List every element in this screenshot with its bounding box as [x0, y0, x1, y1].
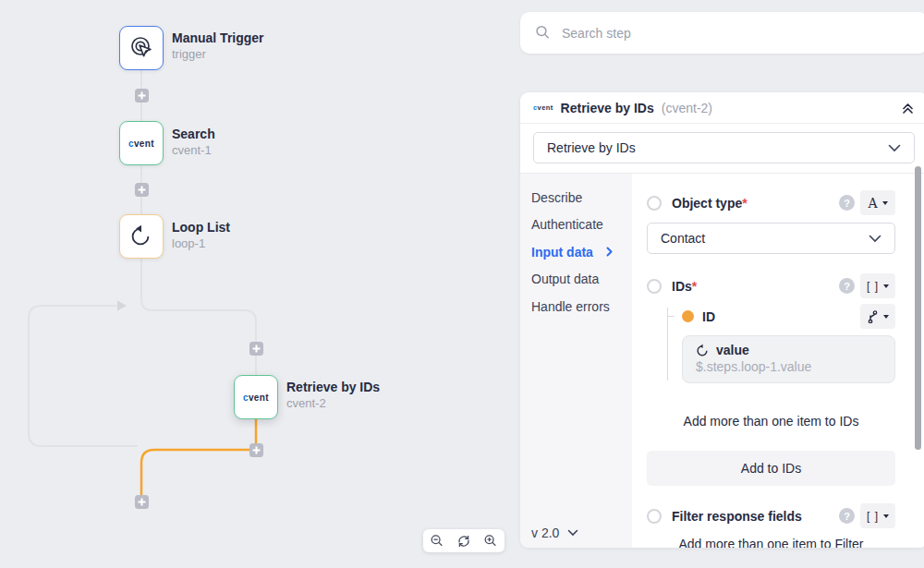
add-to-ids-button[interactable]: Add to IDs	[647, 451, 895, 486]
reset-view-icon[interactable]	[453, 530, 475, 551]
required-asterisk: *	[692, 279, 697, 294]
node-retrieve-by-ids[interactable]: cvent	[234, 375, 278, 419]
loop-icon	[128, 224, 154, 249]
node-loop-list[interactable]	[119, 214, 164, 259]
add-step-button[interactable]	[249, 342, 263, 356]
loop-icon	[696, 344, 710, 357]
ids-item-group: ID value $.steps.loop-1.value	[647, 304, 895, 383]
mapped-value-dot	[682, 310, 694, 322]
ids-radio[interactable]	[647, 279, 662, 294]
field-object-type: Object type* ? A	[647, 190, 895, 215]
help-icon[interactable]: ?	[839, 195, 855, 211]
filter-radio[interactable]	[647, 509, 662, 524]
zoom-out-button[interactable]	[426, 530, 448, 551]
node-label: Loop List loop-1	[172, 220, 230, 250]
workflow-builder-app: { "colors": { "canvas_bg": "#ecedf0", "a…	[0, 0, 924, 568]
chevron-right-icon	[606, 247, 613, 257]
node-title: Search	[172, 127, 215, 141]
operation-value: Retrieve by IDs	[547, 140, 636, 155]
caret-down-icon	[883, 514, 889, 518]
step-panel-body: Describe Authenticate Input data Output …	[520, 173, 924, 548]
node-label: Retrieve by IDs cvent-2	[286, 380, 380, 410]
zoom-in-button[interactable]	[480, 530, 502, 551]
object-type-select[interactable]: Contact	[647, 223, 895, 254]
tab-input-data[interactable]: Input data	[520, 238, 632, 266]
caret-down-icon	[883, 315, 889, 319]
workflow-canvas[interactable]: Manual Trigger trigger cvent Search cven…	[0, 0, 520, 568]
help-icon[interactable]: ?	[839, 278, 855, 294]
search-step-input[interactable]	[562, 26, 913, 41]
type-badge-array[interactable]: [ ]	[860, 503, 895, 528]
step-config-panel: cvent Retrieve by IDs (cvent-2) Retrieve…	[520, 92, 924, 548]
add-step-button[interactable]	[135, 89, 149, 103]
node-title: Retrieve by IDs	[286, 380, 380, 394]
step-id: (cvent-2)	[662, 101, 712, 115]
filter-add-hint: Add more than one item to Filter	[647, 537, 895, 548]
field-ids: IDs* ? [ ]	[647, 273, 895, 298]
add-step-button[interactable]	[135, 183, 149, 197]
search-icon	[535, 25, 551, 41]
node-manual-trigger[interactable]	[119, 26, 164, 70]
help-icon[interactable]: ?	[839, 508, 855, 524]
tab-authenticate[interactable]: Authenticate	[520, 211, 632, 239]
step-panel-header: cvent Retrieve by IDs (cvent-2)	[520, 92, 924, 124]
chevron-down-icon	[888, 144, 901, 152]
object-type-label: Object type*	[672, 196, 748, 211]
object-type-radio[interactable]	[647, 196, 662, 211]
object-type-value: Contact	[661, 231, 705, 246]
caret-down-icon	[883, 284, 889, 288]
tab-output-data[interactable]: Output data	[520, 266, 632, 294]
canvas-zoom-controls	[423, 529, 505, 552]
branch-icon	[867, 310, 879, 323]
node-subtitle: cvent-2	[286, 396, 380, 410]
mapped-value-name: value	[716, 343, 749, 357]
type-badge-string[interactable]: A	[860, 190, 895, 215]
node-subtitle: trigger	[172, 47, 264, 61]
node-subtitle: loop-1	[172, 236, 230, 250]
mapped-value-path: $.steps.loop-1.value	[696, 359, 881, 374]
step-search-bar	[520, 12, 924, 54]
workflow-connectors	[0, 0, 520, 568]
ids-add-hint: Add more than one item to IDs	[647, 414, 895, 429]
chevron-down-icon	[869, 235, 881, 243]
cvent-logo: cvent	[128, 139, 154, 149]
ids-item-label: ID	[702, 309, 715, 324]
ids-label: IDs*	[672, 279, 697, 294]
cvent-logo: cvent	[243, 393, 269, 403]
step-title: Retrieve by IDs	[561, 101, 654, 115]
filter-label: Filter response fields	[672, 509, 802, 524]
ids-item-row: ID	[667, 304, 895, 329]
panel-scrollbar-thumb[interactable]	[915, 166, 921, 450]
node-title: Loop List	[172, 220, 230, 235]
version-label: v 2.0	[531, 526, 559, 540]
mapping-badge[interactable]	[860, 304, 895, 329]
tab-handle-errors[interactable]: Handle errors	[520, 293, 632, 320]
mapped-value-chip[interactable]: value $.steps.loop-1.value	[682, 335, 895, 383]
node-search[interactable]: cvent	[119, 121, 164, 165]
type-badge-array[interactable]: [ ]	[860, 273, 895, 298]
collapse-panel-icon[interactable]	[901, 102, 915, 115]
node-label: Manual Trigger trigger	[172, 30, 264, 61]
cvent-logo-small: cvent	[533, 103, 553, 112]
caret-down-icon	[882, 201, 888, 205]
add-step-button[interactable]	[135, 495, 149, 509]
node-title: Manual Trigger	[172, 30, 264, 45]
node-label: Search cvent-1	[172, 127, 215, 157]
tab-describe[interactable]: Describe	[520, 184, 632, 211]
required-asterisk: *	[742, 196, 747, 211]
tree-tick	[667, 316, 675, 317]
chevron-down-icon	[567, 529, 578, 537]
field-filter-response: Filter response fields ? [ ]	[647, 503, 895, 528]
operation-row: Retrieve by IDs	[520, 124, 924, 173]
operation-select[interactable]: Retrieve by IDs	[533, 132, 915, 163]
add-step-button[interactable]	[249, 443, 263, 457]
step-panel-nav: Describe Authenticate Input data Output …	[520, 174, 632, 548]
manual-trigger-icon	[127, 33, 156, 63]
version-selector[interactable]: v 2.0	[531, 526, 578, 540]
input-data-form: Object type* ? A Contact IDs* ? [ ]	[632, 174, 910, 548]
node-subtitle: cvent-1	[172, 143, 215, 157]
